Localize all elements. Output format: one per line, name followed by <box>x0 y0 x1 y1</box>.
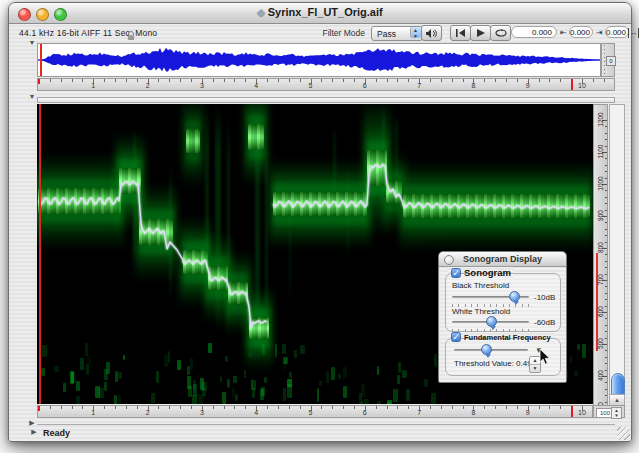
freq-label-400: 400 <box>597 363 604 389</box>
time-label-7: 7 <box>417 409 421 416</box>
playback-red-marker <box>571 406 573 417</box>
time-label-6: 6 <box>363 409 367 416</box>
status-disclosure-icon[interactable]: ▶ <box>29 428 39 436</box>
span-icon: ↔ <box>628 28 639 38</box>
time-label-4: 4 <box>254 82 258 89</box>
time-label-7: 7 <box>417 82 421 89</box>
waveform-plot <box>38 44 600 76</box>
loop-button[interactable] <box>490 25 511 41</box>
black-threshold-value: -10dB <box>534 293 555 302</box>
spectrogram-disclosure-icon[interactable]: ▼ <box>27 93 37 100</box>
time-field-1[interactable]: 0.000 <box>569 26 593 38</box>
time-label-10: 10 <box>578 409 586 416</box>
time-label-3: 3 <box>200 409 204 416</box>
time-label-3: 3 <box>200 82 204 89</box>
collapsed-strip <box>37 97 615 103</box>
panel-title-bar[interactable]: Sonogram Display <box>439 252 566 267</box>
black-threshold-slider[interactable] <box>452 291 529 303</box>
freq-label-900: 900 <box>597 203 604 229</box>
speaker-icon <box>426 29 437 38</box>
waveform-overview[interactable] <box>37 43 601 77</box>
amplitude-zero-label: 0 <box>606 56 616 66</box>
white-threshold-value: -60dB <box>534 318 555 327</box>
panel-close-button[interactable] <box>444 255 454 265</box>
time-label-8: 8 <box>471 409 475 416</box>
freq-label-700: 700 <box>597 267 604 293</box>
mouse-pointer-icon <box>539 349 551 366</box>
toolbar: 44.1 kHz 16-bit AIFF 11 Sec. Mono Filter… <box>9 23 631 40</box>
black-threshold-label: Black Threshold <box>452 281 509 290</box>
skip-start-icon <box>456 29 465 37</box>
playback-red-marker <box>571 79 573 90</box>
freq-label-600: 600 <box>597 299 604 325</box>
time-label-5: 5 <box>309 82 313 89</box>
lower-disclosure-icon[interactable]: ▶ <box>27 419 37 427</box>
jump-start-icon: ⇤ <box>560 28 567 38</box>
spectrogram-time-ruler[interactable]: 12345678910 <box>37 405 593 418</box>
freq-label-1000: 1000 <box>597 171 604 197</box>
file-info-label: 44.1 kHz 16-bit AIFF 11 Sec. Mono <box>19 28 157 38</box>
time-label-2: 2 <box>146 409 150 416</box>
playhead-cursor[interactable] <box>40 44 42 76</box>
time-label-8: 8 <box>471 82 475 89</box>
threshold-value-label: Threshold Value: 0.49 <box>454 359 532 368</box>
fundamental-frequency-checkbox[interactable]: ✓ <box>451 332 461 342</box>
status-bar: ▶ Ready <box>9 427 631 439</box>
zoom-corner-box: 100 ▲▼ <box>593 405 625 418</box>
filter-mode-label: Filter Mode <box>309 28 365 38</box>
vertical-scrollbar[interactable]: ▲ ▼ <box>609 104 625 417</box>
time-label-1: 1 <box>91 82 95 89</box>
divider <box>37 424 615 425</box>
amplitude-ruler: 0 <box>601 43 615 77</box>
sonogram-display-panel[interactable]: Sonogram Display ✓ Sonogram Black Thresh… <box>438 251 567 383</box>
white-threshold-label: White Threshold <box>452 307 510 316</box>
go-to-start-button[interactable] <box>450 25 471 41</box>
time-field-0[interactable]: 0.000 <box>511 26 557 38</box>
time-label-10: 10 <box>578 82 586 89</box>
popup-arrows-icon: ▲▼ <box>410 27 421 38</box>
spectrogram-cursor[interactable] <box>39 104 41 404</box>
window-title: ◆ Syrinx_Fl_UT_Orig.aif <box>9 6 631 18</box>
title-bar[interactable]: ◆ Syrinx_Fl_UT_Orig.aif <box>9 3 631 24</box>
loop-icon <box>495 29 507 37</box>
fundamental-threshold-slider[interactable] <box>454 344 528 356</box>
time-label-1: 1 <box>91 409 95 416</box>
speaker-button[interactable] <box>421 25 442 41</box>
time-label-9: 9 <box>526 409 530 416</box>
overview-time-ruler[interactable]: 12345678910 <box>37 78 615 91</box>
time-field-2[interactable]: 0.000 <box>605 26 629 38</box>
zoom-stepper[interactable]: ▲▼ <box>611 407 622 419</box>
freq-label-500: 500 <box>597 331 604 357</box>
freq-label-1200: 1200 <box>597 107 604 133</box>
filter-mode-popup[interactable]: Pass ▲▼ <box>371 26 423 41</box>
overview-disclosure-icon[interactable]: ▼ <box>27 39 37 46</box>
play-button[interactable] <box>470 25 491 41</box>
main-window: ◆ Syrinx_Fl_UT_Orig.aif 44.1 kHz 16-bit … <box>8 2 632 442</box>
fundamental-threshold-thumb[interactable] <box>481 344 492 355</box>
sonogram-checkbox[interactable]: ✓ <box>451 268 461 278</box>
document-icon: ◆ <box>257 7 267 18</box>
amplitude-ticks <box>604 45 605 75</box>
black-threshold-thumb[interactable] <box>509 291 520 302</box>
white-threshold-thumb[interactable] <box>486 316 497 327</box>
time-label-4: 4 <box>254 409 258 416</box>
fundamental-legend: ✓ Fundamental Frequency <box>451 332 551 342</box>
frequency-ruler[interactable]: 120011001000900800700600500400300 <box>593 104 608 417</box>
jump-end-icon: ⇥ <box>596 28 603 38</box>
time-label-2: 2 <box>146 82 150 89</box>
white-threshold-slider[interactable] <box>452 316 529 328</box>
ruler-origin-marker <box>38 79 45 84</box>
ruler-origin-marker <box>38 406 45 411</box>
sonogram-legend: ✓ Sonogram <box>451 267 511 278</box>
time-label-9: 9 <box>526 82 530 89</box>
screen: ◆ Syrinx_Fl_UT_Orig.aif 44.1 kHz 16-bit … <box>0 0 639 453</box>
time-label-6: 6 <box>363 82 367 89</box>
resize-grip-icon[interactable] <box>617 427 630 440</box>
time-label-5: 5 <box>309 409 313 416</box>
play-icon <box>477 29 485 37</box>
freq-label-800: 800 <box>597 235 604 261</box>
freq-label-1100: 1100 <box>597 139 604 165</box>
status-text: Ready <box>43 428 70 438</box>
